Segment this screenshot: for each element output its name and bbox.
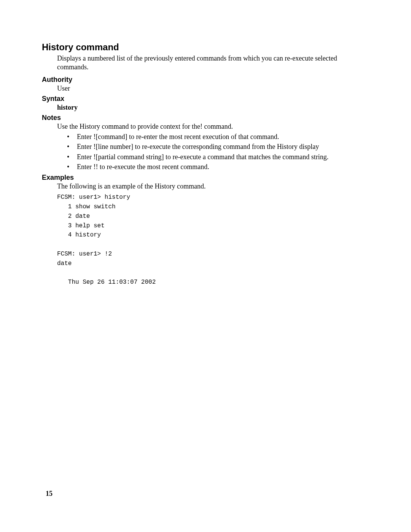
examples-intro: The following is an example of the Histo… (57, 182, 369, 190)
syntax-value: history (57, 104, 369, 112)
notes-heading: Notes (42, 114, 369, 122)
notes-bullet: Enter ![command] to re-enter the most re… (65, 132, 369, 141)
notes-intro: Use the History command to provide conte… (57, 123, 369, 131)
examples-heading: Examples (42, 174, 369, 182)
lead-paragraph: Displays a numbered list of the previous… (57, 54, 369, 71)
notes-bullet: Enter ![line number] to re-execute the c… (65, 142, 369, 151)
document-page: History command Displays a numbered list… (0, 0, 411, 532)
examples-console: FCSM: user1> history 1 show switch 2 dat… (57, 193, 369, 287)
authority-value: User (57, 85, 369, 93)
page-number: 15 (46, 490, 53, 498)
notes-bullet: Enter !! to re-execute the most recent c… (65, 162, 369, 171)
notes-bullet: Enter ![partial command string] to re-ex… (65, 152, 369, 161)
syntax-heading: Syntax (42, 95, 369, 103)
page-title: History command (42, 42, 369, 53)
notes-list: Enter ![command] to re-enter the most re… (65, 132, 369, 171)
authority-heading: Authority (42, 76, 369, 84)
